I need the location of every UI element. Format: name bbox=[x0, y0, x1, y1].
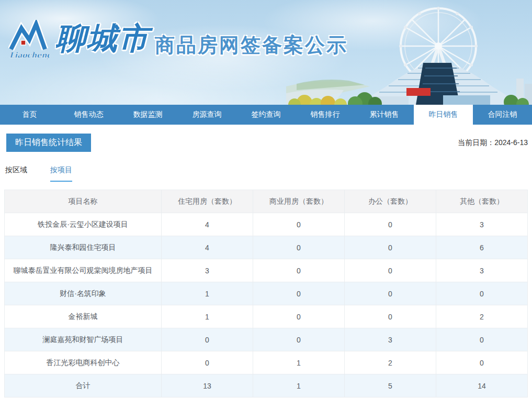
column-header-project: 项目名称 bbox=[5, 190, 162, 213]
svg-text:Liaocheng: Liaocheng bbox=[9, 51, 49, 60]
cell-project-name: 财信·名筑印象 bbox=[5, 282, 162, 305]
cell-office: 2 bbox=[345, 351, 436, 374]
date-label: 当前日期： bbox=[458, 138, 494, 147]
nav-item-data-monitor[interactable]: 数据监测 bbox=[118, 105, 177, 125]
sales-table: 项目名称 住宅用房（套数） 商业用房（套数） 办公（套数） 其他（套数） 铁投金… bbox=[4, 190, 528, 397]
table-row: 澜庭嘉苑和财智广场项目 0 0 3 0 bbox=[5, 328, 528, 351]
cell-project-name: 铁投金辰·云玺小区建设项目 bbox=[5, 213, 162, 236]
column-header-residential: 住宅用房（套数） bbox=[162, 190, 253, 213]
table-row: 财信·名筑印象 1 0 0 0 bbox=[5, 282, 528, 305]
cell-total-residential: 13 bbox=[162, 374, 253, 397]
cell-office: 0 bbox=[345, 236, 436, 259]
cell-total-label: 合计 bbox=[5, 374, 162, 397]
nav-item-sales-dynamics[interactable]: 销售动态 bbox=[59, 105, 118, 125]
cell-office: 3 bbox=[345, 328, 436, 351]
table-header-row: 项目名称 住宅用房（套数） 商业用房（套数） 办公（套数） 其他（套数） bbox=[5, 190, 528, 213]
cell-other: 6 bbox=[436, 236, 528, 259]
cell-office: 0 bbox=[345, 305, 436, 328]
cell-residential: 0 bbox=[162, 351, 253, 374]
cell-office: 0 bbox=[345, 282, 436, 305]
nav-item-home[interactable]: 首页 bbox=[0, 105, 59, 125]
table-row: 聊城泰岳置业有限公司观棠阅境房地产项目 3 0 0 3 bbox=[5, 259, 528, 282]
title-row: 昨日销售统计结果 当前日期：2024-6-13 bbox=[4, 134, 528, 152]
cell-project-name: 香江光彩电商科创中心 bbox=[5, 351, 162, 374]
current-date: 当前日期：2024-6-13 bbox=[458, 138, 528, 148]
cell-commercial: 0 bbox=[253, 305, 345, 328]
liaocheng-logo-icon: Liaocheng bbox=[8, 20, 49, 61]
site-name: 聊城市 bbox=[55, 20, 150, 57]
header-banner: Liaocheng 聊城市 商品房网签备案公示 bbox=[0, 0, 532, 105]
cell-office: 0 bbox=[345, 259, 436, 282]
cell-residential: 4 bbox=[162, 236, 253, 259]
nav-item-yesterday-sales[interactable]: 昨日销售 bbox=[414, 105, 473, 125]
column-header-other: 其他（套数） bbox=[436, 190, 528, 213]
logo-script-text: Liaocheng bbox=[9, 51, 49, 60]
cell-commercial: 0 bbox=[253, 236, 345, 259]
cell-other: 0 bbox=[436, 282, 528, 305]
date-value: 2024-6-13 bbox=[494, 138, 528, 147]
nav-item-listing-query[interactable]: 房源查询 bbox=[177, 105, 236, 125]
cell-residential: 4 bbox=[162, 213, 253, 236]
nav-item-cumulative-sales[interactable]: 累计销售 bbox=[355, 105, 414, 125]
cell-total-other: 14 bbox=[436, 374, 528, 397]
cell-commercial: 0 bbox=[253, 213, 345, 236]
table-row: 香江光彩电商科创中心 0 1 2 0 bbox=[5, 351, 528, 374]
cell-residential: 3 bbox=[162, 259, 253, 282]
cell-office: 0 bbox=[345, 213, 436, 236]
cell-residential: 0 bbox=[162, 328, 253, 351]
cell-total-office: 5 bbox=[345, 374, 436, 397]
cell-residential: 1 bbox=[162, 305, 253, 328]
cityscape-illustration bbox=[286, 0, 532, 105]
building-illustration bbox=[359, 63, 519, 105]
cell-commercial: 1 bbox=[253, 351, 345, 374]
table-row: 金裕新城 1 0 0 2 bbox=[5, 305, 528, 328]
column-header-commercial: 商业用房（套数） bbox=[253, 190, 345, 213]
cell-commercial: 0 bbox=[253, 259, 345, 282]
tab-by-district[interactable]: 按区域 bbox=[5, 165, 27, 182]
cell-other: 3 bbox=[436, 213, 528, 236]
cell-other: 0 bbox=[436, 351, 528, 374]
nav-item-contract-cancel[interactable]: 合同注销 bbox=[473, 105, 532, 125]
cell-commercial: 0 bbox=[253, 328, 345, 351]
cell-other: 3 bbox=[436, 259, 528, 282]
cell-other: 2 bbox=[436, 305, 528, 328]
main-content: 昨日销售统计结果 当前日期：2024-6-13 按区域 按项目 项目名称 住宅用… bbox=[0, 134, 532, 397]
table-row: 隆兴泰和园住宅项目 4 0 0 6 bbox=[5, 236, 528, 259]
cell-commercial: 0 bbox=[253, 282, 345, 305]
table-row: 铁投金辰·云玺小区建设项目 4 0 0 3 bbox=[5, 213, 528, 236]
cell-project-name: 聊城泰岳置业有限公司观棠阅境房地产项目 bbox=[5, 259, 162, 282]
cell-total-commercial: 1 bbox=[253, 374, 345, 397]
main-nav: 首页 销售动态 数据监测 房源查询 签约查询 销售排行 累计销售 昨日销售 合同… bbox=[0, 105, 532, 125]
tab-by-project[interactable]: 按项目 bbox=[50, 165, 72, 182]
nav-item-contract-query[interactable]: 签约查询 bbox=[236, 105, 296, 125]
cell-project-name: 隆兴泰和园住宅项目 bbox=[5, 236, 162, 259]
page-title: 昨日销售统计结果 bbox=[6, 134, 91, 152]
nav-item-sales-ranking[interactable]: 销售排行 bbox=[296, 105, 355, 125]
cell-project-name: 金裕新城 bbox=[5, 305, 162, 328]
column-header-office: 办公（套数） bbox=[345, 190, 436, 213]
cell-project-name: 澜庭嘉苑和财智广场项目 bbox=[5, 328, 162, 351]
table-total-row: 合计 13 1 5 14 bbox=[5, 374, 528, 397]
view-tabs: 按区域 按项目 bbox=[5, 165, 528, 182]
cell-other: 0 bbox=[436, 328, 528, 351]
cell-residential: 1 bbox=[162, 282, 253, 305]
